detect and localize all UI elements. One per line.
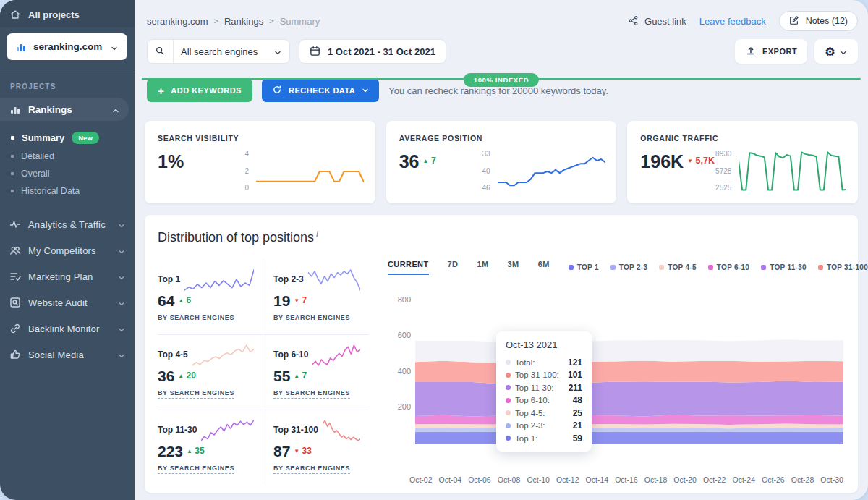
- position-tile: Top 11-30 223 ▲ 35 BY SEARCH ENGINES: [158, 410, 263, 486]
- sidebar-item[interactable]: My Competitors: [0, 237, 135, 263]
- refresh-icon: [271, 85, 283, 96]
- tooltip-row: Top 6-10: 48: [506, 394, 582, 407]
- recheck-data-button[interactable]: RECHECK DATA: [262, 79, 379, 102]
- tooltip-dot: [506, 360, 511, 365]
- stat-cards-row: SEARCH VISIBILITY 1% 420 AVERAGE POSITIO…: [145, 121, 858, 203]
- search-engines-select[interactable]: All search engines: [147, 39, 290, 64]
- tile-delta: ▲ 7: [294, 370, 307, 381]
- rankings-subitem[interactable]: Overall: [0, 165, 135, 182]
- sidebar-item[interactable]: Backlink Monitor: [0, 315, 135, 342]
- sidebar-item-rankings[interactable]: Rankings: [0, 98, 129, 121]
- header-actions: Guest link Leave feedback Notes (12): [628, 11, 858, 31]
- breadcrumb-item[interactable]: seranking.com: [147, 16, 208, 27]
- bullet-icon: [11, 190, 14, 192]
- sidebar-item[interactable]: Analytics & Traffic: [0, 211, 135, 237]
- tooltip-row: Total: 121: [506, 356, 582, 369]
- tooltip-dot: [506, 373, 511, 378]
- by-search-engines-link[interactable]: BY SEARCH ENGINES: [158, 465, 234, 474]
- date-range-picker[interactable]: 1 Oct 2021 - 31 Oct 2021: [299, 39, 446, 64]
- y-tick-label: 5728: [715, 167, 731, 175]
- stat-y-axis: 420: [224, 148, 249, 195]
- legend-color-dot: [818, 265, 823, 270]
- project-name: seranking.com: [33, 41, 103, 52]
- tile-label: Top 4-5: [158, 344, 188, 360]
- rankings-subitem[interactable]: Historical Data: [0, 182, 135, 200]
- rankings-subitem[interactable]: Summary New: [0, 128, 135, 148]
- by-search-engines-link[interactable]: BY SEARCH ENGINES: [158, 314, 234, 323]
- x-axis-label: Oct-28: [791, 475, 814, 484]
- leave-feedback-link[interactable]: Leave feedback: [699, 16, 766, 27]
- chart-tab[interactable]: CURRENT: [388, 260, 429, 275]
- chart-tab[interactable]: 7D: [448, 260, 459, 275]
- by-search-engines-link[interactable]: BY SEARCH ENGINES: [273, 314, 350, 323]
- rankings-submenu: Summary New Detailed Overall Historical …: [0, 121, 135, 204]
- search-icon: [155, 46, 166, 57]
- legend-item[interactable]: TOP 6-10: [708, 263, 749, 271]
- chevron-down-icon: [273, 47, 282, 56]
- add-keywords-button[interactable]: + ADD KEYWORDS: [147, 79, 252, 102]
- sidebar-item[interactable]: Website Audit: [0, 289, 135, 315]
- by-search-engines-link[interactable]: BY SEARCH ENGINES: [158, 389, 234, 399]
- sidebar-item-all-projects[interactable]: All projects: [0, 0, 135, 27]
- chevron-up-icon: [111, 105, 120, 114]
- legend-color-dot: [659, 265, 664, 270]
- chart-tab[interactable]: 3M: [508, 260, 519, 275]
- chart-column: CURRENT7D1M3M6M TOP 1 TOP 2-3 TOP 4-5 TO…: [388, 260, 843, 486]
- sidebar-item-label: Marketing Plan: [28, 271, 110, 282]
- y-tick-label: 33: [482, 150, 490, 158]
- legend-item[interactable]: TOP 4-5: [659, 263, 697, 271]
- tooltip-dot: [506, 410, 511, 415]
- stat-value: 1%: [158, 153, 184, 171]
- notes-button[interactable]: Notes (12): [779, 11, 858, 31]
- tile-delta: ▲ 6: [178, 295, 191, 305]
- chevron-down-icon: [117, 298, 126, 307]
- home-icon: [9, 9, 21, 20]
- chevron-down-icon: [117, 324, 126, 333]
- tooltip-dot: [506, 423, 511, 428]
- tooltip-label: Top 6-10:: [515, 396, 569, 404]
- by-search-engines-link[interactable]: BY SEARCH ENGINES: [273, 465, 350, 474]
- tile-delta: ▼ 7: [294, 295, 307, 305]
- chart-tab[interactable]: 6M: [538, 260, 550, 275]
- tile-sparkline: [201, 419, 254, 442]
- toolbar-right: EXPORT ⚙: [735, 39, 858, 64]
- export-button[interactable]: EXPORT: [735, 39, 807, 64]
- legend-item[interactable]: TOP 1: [569, 263, 599, 271]
- projects-section-label: PROJECTS: [0, 72, 135, 98]
- tile-label: Top 31-100: [273, 419, 318, 435]
- legend-item[interactable]: TOP 11-30: [761, 263, 807, 271]
- stat-value: 36: [399, 153, 420, 171]
- chevron-down-icon: [361, 86, 370, 95]
- info-icon[interactable]: i: [316, 229, 318, 238]
- position-tile: Top 6-10 55 ▲ 7 BY SEARCH ENGINES: [263, 335, 369, 410]
- tooltip-row: Top 4-5: 25: [506, 407, 582, 420]
- panel-title: Distribution of top positionsi: [158, 229, 843, 245]
- sidebar-item[interactable]: Social Media: [0, 342, 135, 368]
- legend-item[interactable]: TOP 2-3: [610, 263, 648, 271]
- tooltip-label: Top 4-5:: [515, 409, 569, 418]
- settings-button[interactable]: ⚙: [814, 39, 858, 64]
- tile-value: 87: [273, 444, 290, 459]
- breadcrumb-item[interactable]: Rankings: [224, 16, 263, 27]
- recheck-label: RECHECK DATA: [289, 86, 355, 95]
- date-range-value: 1 Oct 2021 - 31 Oct 2021: [328, 46, 435, 57]
- stat-label: ORGANIC TRAFFIC: [640, 134, 846, 143]
- legend-item[interactable]: TOP 31-100: [818, 263, 868, 271]
- project-selector[interactable]: seranking.com: [7, 33, 127, 60]
- rankings-subitem[interactable]: Detailed: [0, 148, 135, 165]
- tooltip-row: Top 31-100: 101: [506, 369, 582, 382]
- stacked-area-svg: [415, 284, 843, 444]
- stat-card: SEARCH VISIBILITY 1% 420: [145, 121, 375, 203]
- sidebar-item[interactable]: Marketing Plan: [0, 263, 135, 289]
- y-tick-label: 0: [244, 184, 249, 192]
- sidebar-nav: Analytics & Traffic My Competitors Marke…: [0, 211, 135, 368]
- by-search-engines-link[interactable]: BY SEARCH ENGINES: [273, 389, 350, 399]
- stat-label: AVERAGE POSITION: [399, 134, 605, 143]
- tooltip-row: Top 2-3: 21: [506, 420, 582, 433]
- legend-color-dot: [610, 265, 616, 270]
- guest-link-button[interactable]: Guest link: [628, 15, 686, 27]
- chart-tab[interactable]: 1M: [477, 260, 488, 275]
- stacked-area-chart[interactable]: [415, 284, 843, 471]
- position-tile: Top 4-5 36 ▲ 20 BY SEARCH ENGINES: [158, 335, 263, 410]
- tile-sparkline: [312, 344, 360, 367]
